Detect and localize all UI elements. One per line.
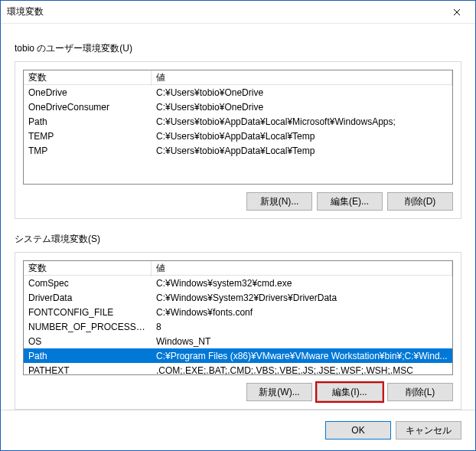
table-row[interactable]: OneDriveConsumerC:¥Users¥tobio¥OneDrive <box>24 100 452 114</box>
table-row[interactable]: DriverDataC:¥Windows¥System32¥Drivers¥Dr… <box>24 290 452 305</box>
table-row[interactable]: FONTCONFIG_FILEC:¥Windows¥fonts.conf <box>24 305 452 319</box>
var-name: DriverData <box>24 292 152 304</box>
var-name: OS <box>24 335 152 348</box>
var-name: TEMP <box>24 130 152 142</box>
list-header: 変数 値 <box>24 70 452 85</box>
system-edit-button[interactable]: 編集(I)... <box>317 383 383 401</box>
var-value: C:¥Users¥tobio¥AppData¥Local¥Temp <box>152 130 452 142</box>
user-vars-buttons: 新規(N)... 編集(E)... 削除(D) <box>23 192 453 211</box>
user-delete-button[interactable]: 削除(D) <box>387 192 453 211</box>
var-name: TMP <box>24 145 152 157</box>
table-row[interactable]: OneDriveC:¥Users¥tobio¥OneDrive <box>24 85 452 100</box>
col-header-name[interactable]: 変数 <box>24 70 152 86</box>
var-value: Windows_NT <box>152 335 452 348</box>
var-value: C:¥Users¥tobio¥AppData¥Local¥Temp <box>152 145 452 157</box>
close-button[interactable] <box>439 2 474 23</box>
cancel-button[interactable]: キャンセル <box>396 421 461 440</box>
user-vars-heading: tobio のユーザー環境変数(U) <box>15 42 461 55</box>
var-name: ComSpec <box>24 277 152 289</box>
user-vars-list[interactable]: 変数 値 OneDriveC:¥Users¥tobio¥OneDriveOneD… <box>23 70 453 185</box>
table-row[interactable]: PATHEXT.COM;.EXE;.BAT;.CMD;.VBS;.VBE;.JS… <box>24 363 452 375</box>
var-name: FONTCONFIG_FILE <box>24 306 152 319</box>
window-title: 環境変数 <box>7 5 439 18</box>
var-value: C:¥Windows¥system32¥cmd.exe <box>152 277 452 289</box>
var-value: C:¥Windows¥fonts.conf <box>152 306 452 319</box>
user-edit-button[interactable]: 編集(E)... <box>317 192 383 211</box>
user-vars-group: 変数 値 OneDriveC:¥Users¥tobio¥OneDriveOneD… <box>15 61 461 219</box>
var-value: 8 <box>152 321 452 333</box>
var-name: Path <box>24 350 152 362</box>
col-header-value[interactable]: 値 <box>152 70 452 86</box>
system-vars-heading: システム環境変数(S) <box>15 233 461 246</box>
var-name: OneDrive <box>24 87 152 99</box>
system-delete-button[interactable]: 削除(L) <box>387 383 453 401</box>
close-icon <box>453 8 461 16</box>
system-vars-list[interactable]: 変数 値 ComSpecC:¥Windows¥system32¥cmd.exeD… <box>23 260 453 375</box>
var-value: C:¥Users¥tobio¥AppData¥Local¥Microsoft¥W… <box>152 116 452 128</box>
var-value: C:¥Program Files (x86)¥VMware¥VMware Wor… <box>152 350 452 362</box>
var-value: C:¥Users¥tobio¥OneDrive <box>152 87 452 99</box>
table-row[interactable]: TEMPC:¥Users¥tobio¥AppData¥Local¥Temp <box>24 129 452 143</box>
var-value: C:¥Windows¥System32¥Drivers¥DriverData <box>152 292 452 304</box>
table-row[interactable]: PathC:¥Program Files (x86)¥VMware¥VMware… <box>24 348 452 363</box>
var-name: NUMBER_OF_PROCESSORS <box>24 321 152 333</box>
var-name: OneDriveConsumer <box>24 101 152 113</box>
list-header: 変数 値 <box>24 261 452 276</box>
table-row[interactable]: ComSpecC:¥Windows¥system32¥cmd.exe <box>24 276 452 290</box>
var-value: .COM;.EXE;.BAT;.CMD;.VBS;.VBE;.JS;.JSE;.… <box>152 364 452 376</box>
table-row[interactable]: NUMBER_OF_PROCESSORS8 <box>24 319 452 334</box>
titlebar: 環境変数 <box>1 1 475 24</box>
table-row[interactable]: TMPC:¥Users¥tobio¥AppData¥Local¥Temp <box>24 143 452 158</box>
col-header-name[interactable]: 変数 <box>24 260 152 276</box>
dialog-footer: OK キャンセル <box>1 410 475 450</box>
system-vars-buttons: 新規(W)... 編集(I)... 削除(L) <box>23 383 453 401</box>
dialog-content: tobio のユーザー環境変数(U) 変数 値 OneDriveC:¥Users… <box>1 24 475 410</box>
col-header-value[interactable]: 値 <box>152 260 452 276</box>
ok-button[interactable]: OK <box>325 421 391 440</box>
system-vars-group: 変数 値 ComSpecC:¥Windows¥system32¥cmd.exeD… <box>15 252 461 410</box>
user-new-button[interactable]: 新規(N)... <box>246 192 312 211</box>
table-row[interactable]: PathC:¥Users¥tobio¥AppData¥Local¥Microso… <box>24 114 452 129</box>
var-name: PATHEXT <box>24 364 152 376</box>
var-value: C:¥Users¥tobio¥OneDrive <box>152 101 452 113</box>
system-new-button[interactable]: 新規(W)... <box>246 383 312 401</box>
var-name: Path <box>24 116 152 128</box>
table-row[interactable]: OSWindows_NT <box>24 334 452 348</box>
